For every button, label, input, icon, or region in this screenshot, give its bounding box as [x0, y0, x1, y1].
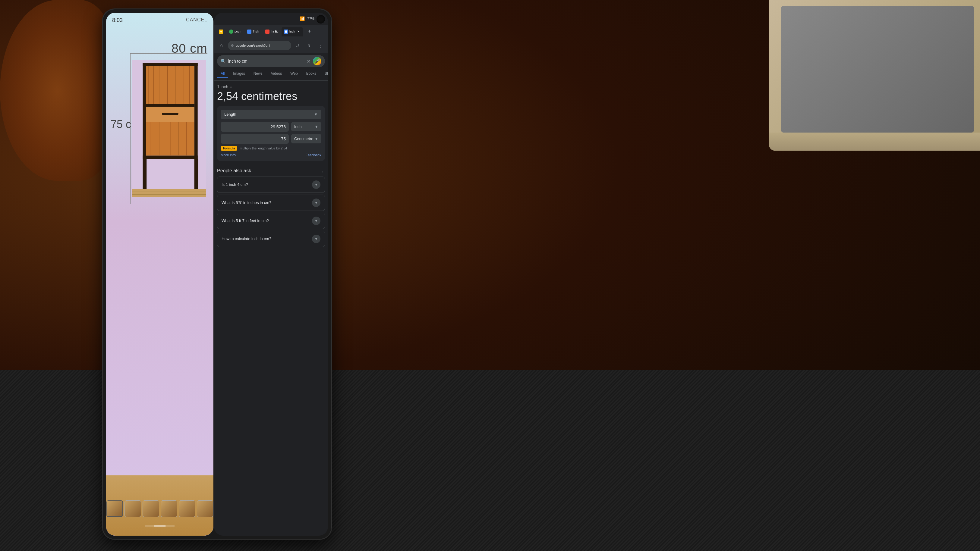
right-screen: 📶 77% M poun T-shi	[214, 13, 328, 536]
filter-tab-short[interactable]: Short	[321, 70, 328, 78]
svg-rect-23	[194, 159, 198, 192]
tab-inch[interactable]: Inch ✕	[282, 27, 303, 37]
laptop-base	[769, 133, 980, 151]
url-text: google.com/search?q=i	[236, 44, 288, 47]
converter-widget: Length ▼ Inch ▼ Centimetre	[217, 106, 325, 161]
paa-expand-3[interactable]: ▼	[312, 217, 320, 225]
thumbnail-7[interactable]	[197, 500, 213, 517]
tab-bar: M poun T-shi Ihr E: Inch	[214, 25, 328, 38]
converter-type-label: Length	[224, 112, 236, 117]
search-query: inch to cm	[228, 59, 304, 64]
wifi-icon: 📶	[300, 16, 305, 21]
converter-row-1: Inch ▼	[221, 122, 321, 132]
right-status-bar: 📶 77%	[214, 13, 328, 25]
filter-tab-books[interactable]: Books	[303, 70, 320, 78]
front-camera	[317, 15, 325, 24]
result-equation: 1 inch =	[217, 84, 325, 89]
tab-tshi[interactable]: T-shi	[245, 27, 262, 37]
paa-item-3[interactable]: What is 5 ft 7 in feet in cm? ▼	[217, 213, 325, 229]
tab-favicon-ihre	[265, 30, 269, 34]
left-status-bar: 8:03	[106, 13, 213, 28]
formula-text: multiply the length value by 2,54	[240, 146, 287, 150]
thumbnail-6[interactable]	[179, 500, 195, 517]
tab-label-ihre: Ihr E:	[271, 30, 278, 33]
paa-item-2[interactable]: What is 5'5" in inches in cm? ▼	[217, 195, 325, 211]
paa-expand-4[interactable]: ▼	[312, 235, 320, 243]
svg-rect-25	[132, 189, 206, 197]
tab-poun[interactable]: poun	[227, 27, 243, 37]
translate-button[interactable]: ⇄	[293, 41, 303, 50]
svg-rect-4	[143, 156, 197, 159]
paa-header: People also ask ⋮	[217, 167, 325, 174]
thumbnail-strip	[109, 497, 210, 521]
formula-row: Formula multiply the length value by 2,5…	[221, 146, 321, 151]
unit-2-chevron: ▼	[314, 137, 318, 141]
filter-tab-news[interactable]: News	[250, 70, 266, 78]
filter-tab-videos[interactable]: Videos	[267, 70, 285, 78]
left-screen: 8:03 CANCEL 80 cm 75 cm	[106, 13, 213, 536]
menu-button[interactable]: ⋮	[316, 41, 326, 50]
converter-row-2: Centimetre ▼	[221, 134, 321, 144]
filter-tab-all[interactable]: All	[217, 70, 228, 78]
filter-tab-images[interactable]: Images	[229, 70, 248, 78]
history-button[interactable]: 9	[304, 41, 314, 50]
laptop	[769, 0, 980, 151]
filter-tab-web[interactable]: Web	[287, 70, 301, 78]
paa-title: People also ask	[217, 168, 251, 173]
paa-question-4: How to calculate inch in cm?	[221, 237, 312, 241]
more-info-link[interactable]: More info	[221, 153, 236, 157]
tab-favicon-tshi	[247, 30, 251, 34]
thumbnail-3[interactable]	[124, 500, 141, 517]
battery-percent: 77%	[307, 17, 314, 21]
converter-unit-2[interactable]: Centimetre ▼	[291, 134, 321, 143]
svg-rect-15	[162, 113, 178, 115]
tab-favicon-inch	[284, 30, 288, 34]
paa-more-options[interactable]: ⋮	[320, 167, 325, 174]
phone-device: 8:03 CANCEL 80 cm 75 cm	[102, 9, 332, 539]
home-button[interactable]: ⌂	[216, 41, 226, 50]
formula-badge: Formula	[221, 146, 237, 151]
tab-close-inch[interactable]: ✕	[296, 30, 301, 34]
thumbnail-4[interactable]	[143, 500, 159, 517]
tab-ihre[interactable]: Ihr E:	[263, 27, 280, 37]
address-field[interactable]: ⚙ google.com/search?q=i	[228, 41, 291, 50]
thumbnail-5[interactable]	[161, 500, 177, 517]
paa-question-1: Is 1 inch 4 cm?	[221, 182, 312, 187]
thumbnail-2[interactable]	[107, 500, 123, 517]
scroll-indicator-fill	[154, 526, 166, 527]
people-also-ask-section: People also ask ⋮ Is 1 inch 4 cm? ▼ What…	[214, 167, 328, 247]
unit-1-chevron: ▼	[314, 124, 318, 129]
converter-type-chevron: ▼	[314, 112, 318, 117]
new-tab-button[interactable]: +	[305, 27, 314, 36]
security-icon: ⚙	[231, 44, 234, 48]
furniture-svg	[132, 52, 206, 205]
converter-type-select[interactable]: Length ▼	[221, 110, 321, 119]
tab-favicon-m: M	[219, 30, 223, 34]
svg-rect-2	[143, 63, 146, 159]
paa-expand-1[interactable]: ▼	[312, 181, 320, 189]
pillow-decoration	[0, 0, 115, 181]
furniture-image	[132, 52, 206, 205]
tab-label-poun: poun	[234, 30, 241, 33]
converter-value-2[interactable]	[221, 134, 289, 144]
unit-2-label: Centimetre	[294, 137, 313, 141]
paa-item-1[interactable]: Is 1 inch 4 cm? ▼	[217, 176, 325, 193]
converter-type-row: Length ▼	[221, 110, 321, 119]
search-bar[interactable]: 🔍 inch to cm ✕ 🎤	[217, 55, 325, 67]
voice-search-button[interactable]: 🎤	[313, 57, 321, 65]
paa-item-4[interactable]: How to calculate inch in cm? ▼	[217, 231, 325, 247]
converter-value-1[interactable]	[221, 122, 289, 132]
clear-search-button[interactable]: ✕	[307, 59, 310, 64]
svg-rect-3	[194, 63, 198, 159]
paa-expand-2[interactable]: ▼	[312, 198, 320, 207]
tab-favicon-poun	[229, 30, 233, 34]
search-icon: 🔍	[221, 59, 226, 64]
svg-rect-5	[146, 104, 194, 106]
feedback-link[interactable]: Feedback	[305, 153, 321, 157]
filter-tabs: All Images News Videos Web Books Short	[214, 70, 328, 81]
converter-unit-1[interactable]: Inch ▼	[291, 122, 321, 131]
svg-rect-1	[143, 63, 197, 66]
result-value: 2,54 centimetres	[217, 91, 325, 102]
tab-m[interactable]: M	[216, 27, 226, 37]
svg-point-28	[285, 30, 287, 33]
